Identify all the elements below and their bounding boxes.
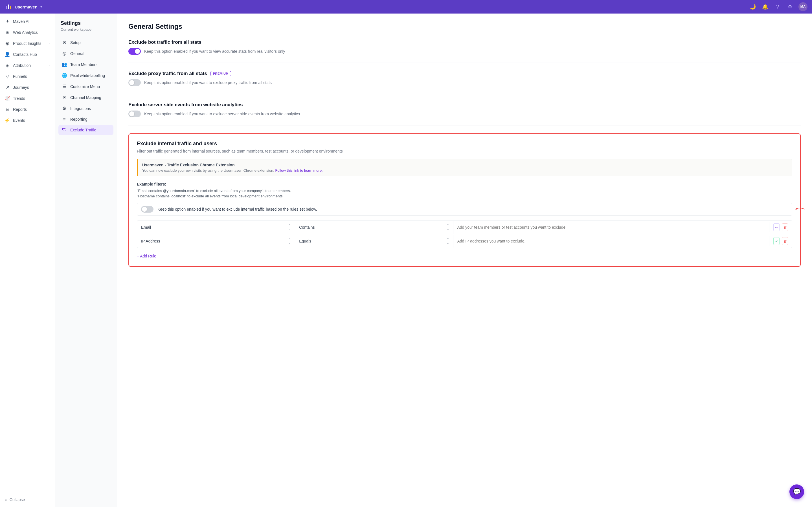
sidebar-bottom: « Collapse xyxy=(0,492,55,505)
sidebar-item-attribution[interactable]: ◈ Attribution › xyxy=(0,60,55,71)
filter-row-ip: IP Address ⌃⌄ Equals ⌃⌄ ✓ 🗑 xyxy=(137,234,792,248)
collapse-button[interactable]: « Collapse xyxy=(0,495,55,505)
logo-bar-1 xyxy=(6,6,7,9)
settings-nav-pixel[interactable]: 🌐 Pixel white-labelling xyxy=(58,70,113,81)
trends-icon: 📈 xyxy=(4,96,10,101)
notifications-icon[interactable]: 🔔 xyxy=(761,3,769,11)
left-sidebar: ✦ Maven AI ⊞ Web Analytics ◉ Product Ins… xyxy=(0,13,55,507)
settings-nav-customize-menu[interactable]: ☰ Customize Menu xyxy=(58,81,113,92)
settings-nav-setup[interactable]: ⊙ Setup xyxy=(58,37,113,48)
filter-value-email-input[interactable] xyxy=(457,225,765,230)
settings-nav-reporting[interactable]: ≡ Reporting xyxy=(58,114,113,124)
filter-table: Email ⌃⌄ Contains ⌃⌄ ✏ 🗑 xyxy=(137,220,792,248)
filter-value-ip-input[interactable] xyxy=(457,239,765,243)
field-chevron-icon: ⌃⌄ xyxy=(288,224,291,231)
chat-fab-button[interactable]: 💬 xyxy=(790,485,804,499)
collapse-label: Collapse xyxy=(10,497,25,502)
edit-filter-button[interactable]: ✏ xyxy=(773,223,779,231)
filter-operator-label: Contains xyxy=(299,225,315,230)
settings-nav-label: Channel Mapping xyxy=(70,95,101,100)
settings-nav-team-members[interactable]: 👥 Team Members xyxy=(58,59,113,70)
filter-field-email-label: Email xyxy=(141,225,151,230)
logo-icon xyxy=(4,3,12,11)
filter-value-ip xyxy=(453,236,770,246)
dark-mode-icon[interactable]: 🌙 xyxy=(749,3,757,11)
filter-row-email: Email ⌃⌄ Contains ⌃⌄ ✏ 🗑 xyxy=(137,221,792,234)
customize-icon: ☰ xyxy=(61,84,67,89)
web-analytics-icon: ⊞ xyxy=(4,30,10,35)
logo-bar-2 xyxy=(8,4,9,9)
delete-ip-filter-button[interactable]: 🗑 xyxy=(782,237,788,245)
settings-nav-label: Setup xyxy=(70,40,81,45)
example-filter-1: "Email contains @yourdomain.com" to excl… xyxy=(137,189,792,193)
server-events-toggle[interactable] xyxy=(128,111,141,117)
bot-traffic-toggle[interactable] xyxy=(128,48,141,55)
settings-nav-label: Exclude Traffic xyxy=(70,128,96,132)
settings-nav-label: Integrations xyxy=(70,106,91,111)
chevron-right-icon: › xyxy=(49,64,50,67)
settings-nav-label: General xyxy=(70,51,85,56)
sidebar-item-maven-ai[interactable]: ✦ Maven AI xyxy=(0,16,55,27)
filter-operator-ip-label: Equals xyxy=(299,239,311,243)
sidebar-item-trends[interactable]: 📈 Trends xyxy=(0,93,55,104)
help-icon[interactable]: ? xyxy=(774,3,781,11)
sidebar-item-label: Reports xyxy=(13,107,50,112)
filter-value-email xyxy=(453,222,770,232)
filter-actions-ip: ✓ 🗑 xyxy=(769,234,792,248)
delete-filter-button[interactable]: 🗑 xyxy=(782,223,788,231)
proxy-traffic-description: Keep this option enabled if you want to … xyxy=(144,80,272,85)
sidebar-item-journeys[interactable]: ↗ Journeys xyxy=(0,82,55,93)
filter-operator-contains[interactable]: Contains ⌃⌄ xyxy=(295,221,453,234)
bot-traffic-title: Exclude bot traffic from all stats xyxy=(128,40,801,45)
settings-sidebar: Settings Current workspace ⊙ Setup ◎ Gen… xyxy=(55,13,117,507)
settings-nav-label: Reporting xyxy=(70,117,88,121)
example-filters: Example filters: "Email contains @yourdo… xyxy=(137,182,792,198)
sidebar-item-label: Web Analytics xyxy=(13,30,50,35)
reports-icon: ⊟ xyxy=(4,107,10,112)
settings-nav-channel-mapping[interactable]: ⊡ Channel Mapping xyxy=(58,92,113,103)
field-ip-chevron-icon: ⌃⌄ xyxy=(288,237,291,245)
chrome-notice-text: You can now exclude your own visits by u… xyxy=(142,168,788,173)
red-arrow-icon xyxy=(794,205,806,214)
sidebar-item-label: Maven AI xyxy=(13,19,50,24)
exclude-traffic-toggle[interactable] xyxy=(141,206,154,213)
sidebar-item-events[interactable]: ⚡ Events xyxy=(0,115,55,126)
reporting-icon: ≡ xyxy=(61,117,67,122)
exclude-traffic-icon: 🛡 xyxy=(61,127,67,132)
sidebar-item-contacts-hub[interactable]: 👤 Contacts Hub xyxy=(0,49,55,60)
filter-actions-email: ✏ 🗑 xyxy=(769,221,792,234)
settings-icon[interactable]: ⚙ xyxy=(786,3,794,11)
confirm-filter-button[interactable]: ✓ xyxy=(773,237,779,245)
brand-logo[interactable]: Usermaven ▾ xyxy=(4,3,42,11)
premium-badge: PREMIUM xyxy=(211,71,231,76)
setup-icon: ⊙ xyxy=(61,40,67,45)
filter-field-email[interactable]: Email ⌃⌄ xyxy=(137,221,295,234)
sidebar-item-reports[interactable]: ⊟ Reports xyxy=(0,104,55,115)
settings-nav-general[interactable]: ◎ General xyxy=(58,48,113,59)
example-filters-title: Example filters: xyxy=(137,182,792,186)
attribution-icon: ◈ xyxy=(4,63,10,68)
settings-nav-integrations[interactable]: ⚙ Integrations xyxy=(58,103,113,114)
page-title: General Settings xyxy=(128,22,801,31)
collapse-icon: « xyxy=(4,497,7,502)
proxy-traffic-toggle[interactable] xyxy=(128,79,141,86)
chrome-notice-link[interactable]: Follow this link to learn more. xyxy=(275,168,323,173)
filter-operator-equals[interactable]: Equals ⌃⌄ xyxy=(295,235,453,247)
proxy-traffic-section: Exclude proxy traffic from all stats PRE… xyxy=(128,71,801,94)
sidebar-item-funnels[interactable]: ▽ Funnels xyxy=(0,71,55,82)
funnels-icon: ▽ xyxy=(4,73,10,79)
chrome-notice-title: Usermaven - Traffic Exclusion Chrome Ext… xyxy=(142,163,788,167)
filter-field-ip[interactable]: IP Address ⌃⌄ xyxy=(137,235,295,247)
sidebar-item-product-insights[interactable]: ◉ Product Insights › xyxy=(0,38,55,49)
example-filter-2: "Hostname contains localhost" to exclude… xyxy=(137,194,792,198)
operator-ip-chevron-icon: ⌃⌄ xyxy=(447,237,449,245)
exclude-traffic-title: Exclude internal traffic and users xyxy=(137,141,792,147)
user-avatar[interactable]: MA xyxy=(799,2,808,11)
top-nav: Usermaven ▾ 🌙 🔔 ? ⚙ MA xyxy=(0,0,812,13)
app-body: ✦ Maven AI ⊞ Web Analytics ◉ Product Ins… xyxy=(0,13,812,507)
add-rule-button[interactable]: + Add Rule xyxy=(137,252,156,260)
settings-subtitle: Current workspace xyxy=(58,27,113,32)
sidebar-item-web-analytics[interactable]: ⊞ Web Analytics xyxy=(0,27,55,38)
channel-icon: ⊡ xyxy=(61,95,67,100)
settings-nav-exclude-traffic[interactable]: 🛡 Exclude Traffic xyxy=(58,125,113,135)
